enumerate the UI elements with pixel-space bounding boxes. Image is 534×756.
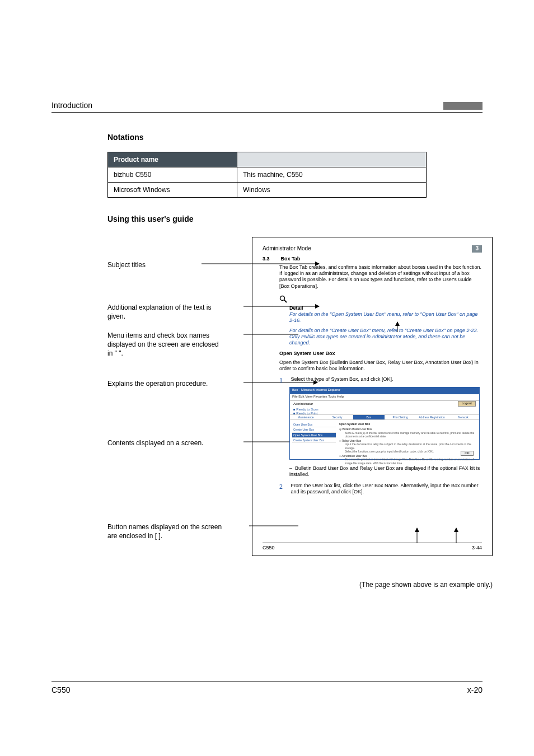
- table-header-product: Product name: [108, 152, 237, 167]
- opt-annotation[interactable]: Annotation User Box: [341, 454, 367, 458]
- opt-annotation-desc: Document is printed or transmitted with …: [345, 458, 476, 465]
- step-number: 1: [279, 376, 289, 385]
- tab-network[interactable]: Network: [448, 414, 479, 420]
- side-create-system[interactable]: Create System User Box: [292, 438, 336, 443]
- screenshot-tabs: Maintenance Security Box Print Setting A…: [290, 414, 479, 420]
- section-using-guide-title: Using this user's guide: [107, 214, 483, 223]
- callout-buttons: Button names displayed on the screen are…: [107, 522, 225, 540]
- capture-section-title: Box Tab: [281, 256, 301, 262]
- table-row: Microsoft Windows Windows: [108, 183, 427, 198]
- magnifier-icon: [279, 295, 482, 304]
- capture-intro-para: The Box Tab creates, and confirms basic …: [279, 264, 482, 290]
- callout-menu: Menu items and check box names displayed…: [107, 331, 225, 358]
- cell-product: Microsoft Windows: [108, 183, 237, 198]
- capture-dash-note: – Bulletin Board User Box and Relay User…: [289, 465, 482, 478]
- screenshot-admin-label: Administrator: [290, 401, 479, 408]
- cell-product: bizhub C550: [108, 167, 237, 183]
- capture-detail-heading: Detail: [289, 305, 482, 311]
- tab-maintenance[interactable]: Maintenance: [290, 414, 321, 420]
- capture-step-1: 1 Select the type of System Box, and cli…: [279, 376, 482, 385]
- capture-header: Administrator Mode 3: [263, 245, 482, 253]
- running-header: Introduction: [51, 101, 483, 113]
- capture-detail-italic-2: For details on the "Create User Box" men…: [289, 328, 482, 347]
- step-number: 2: [279, 483, 289, 491]
- mainpanel-heading: Open System User Box: [339, 422, 476, 426]
- screenshot-titlebar: Box - Microsoft Internet Explorer: [290, 388, 479, 394]
- table-row: bizhub C550 This machine, C550: [108, 167, 427, 183]
- capture-section-heading: 3.3 Box Tab: [263, 256, 482, 262]
- capture-subpara: Open the System Box (Bulletin Board User…: [279, 360, 482, 372]
- capture-footer-right: 3-44: [472, 545, 482, 551]
- product-name-table: Product name bizhub C550 This machine, C…: [107, 152, 427, 198]
- screenshot-sidepanel: Open User Box Create User Box Open Syste…: [292, 422, 336, 443]
- footer-pagenum: x-20: [467, 685, 483, 694]
- step-text: From the User box list, click the User B…: [291, 483, 481, 496]
- tab-address[interactable]: Address Registration: [416, 414, 447, 420]
- capture-section-number: 3.3: [263, 256, 279, 262]
- cell-alias: This machine, C550: [237, 167, 427, 183]
- embedded-screenshot: Box - Microsoft Internet Explorer File E…: [289, 387, 480, 460]
- tab-box[interactable]: Box: [353, 414, 385, 420]
- callout-subject: Subject titles: [107, 260, 225, 269]
- opt-bulletin-desc: Store E-mails(s) of the fax documents in…: [345, 431, 476, 438]
- logout-button[interactable]: Logout: [458, 401, 476, 407]
- page: Introduction Notations Product name bizh…: [0, 0, 534, 756]
- opt-bulletin[interactable]: Bulletin Board User Box: [342, 427, 372, 431]
- footer-model: C550: [51, 685, 70, 694]
- header-chapter-block: [443, 102, 483, 110]
- screenshot-menubar: File Edit View Favorites Tools Help: [290, 394, 479, 401]
- capture-chapter-number: 3: [472, 245, 482, 253]
- header-title: Introduction: [51, 101, 92, 110]
- guide-diagram: Subject titles Additional explanation of…: [51, 237, 483, 578]
- opt-relay-desc2: Select the function, user group to input…: [345, 450, 476, 453]
- svg-line-10: [284, 300, 287, 302]
- ok-button[interactable]: OK: [461, 451, 474, 456]
- callout-explains: Explains the operation procedure.: [107, 379, 225, 388]
- svg-point-9: [280, 296, 285, 300]
- section-notations-title: Notations: [107, 133, 483, 142]
- tab-security[interactable]: Security: [321, 414, 353, 420]
- step-text: Select the type of System Box, and click…: [291, 376, 481, 382]
- side-open-system[interactable]: Open System User Box: [292, 433, 336, 438]
- capture-subheading: Open System User Box: [279, 351, 482, 357]
- capture-mode-label: Administrator Mode: [263, 245, 311, 253]
- side-create-user[interactable]: Create User Box: [292, 427, 336, 432]
- callout-additional: Additional explanation of the text is gi…: [107, 303, 225, 321]
- capture-footer-left: C550: [263, 545, 275, 551]
- screenshot-mainpanel: Open System User Box ◎ Bulletin Board Us…: [339, 422, 476, 465]
- capture-step-2: 2 From the User box list, click the User…: [279, 483, 482, 496]
- cell-alias: Windows: [237, 183, 427, 198]
- table-header-blank: [237, 152, 427, 167]
- capture-detail-italic-1: For details on the "Open System User Box…: [289, 311, 482, 324]
- example-page-capture: Administrator Mode 3 3.3 Box Tab The Box…: [252, 237, 493, 556]
- capture-body: The Box Tab creates, and confirms basic …: [279, 264, 482, 495]
- capture-footer: C550 3-44: [263, 543, 482, 551]
- tab-print[interactable]: Print Setting: [385, 414, 416, 420]
- opt-relay[interactable]: Relay User Box: [341, 439, 361, 442]
- example-note: (The page shown above is an example only…: [51, 581, 493, 589]
- opt-relay-desc: Input the document to relay the subject …: [345, 442, 476, 450]
- side-open-user[interactable]: Open User Box: [292, 422, 336, 427]
- ready-scan: Ready to Scan: [296, 408, 318, 411]
- callout-contents: Contents displayed on a screen.: [107, 438, 225, 447]
- page-footer: C550 x-20: [51, 682, 483, 694]
